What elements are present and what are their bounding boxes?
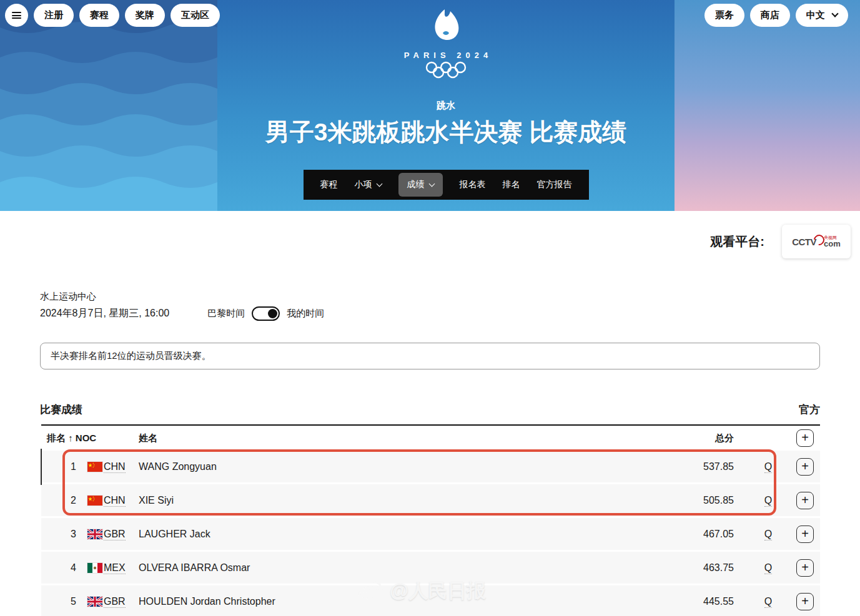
nav-left-pills: 注册赛程奖牌互动区 xyxy=(34,4,225,27)
event-nav-bar: 赛程小项成绩报名表排名官方报告 xyxy=(304,170,589,200)
qualified-badge: Q xyxy=(746,562,790,574)
nav-right-pills: 票务商店 xyxy=(704,4,796,27)
rank-value: 4 xyxy=(41,562,76,574)
qualified-badge: Q xyxy=(746,529,790,540)
event-tab-0[interactable]: 赛程 xyxy=(320,179,338,190)
top-navigation: 注册赛程奖牌互动区 票务商店 中文 xyxy=(5,4,854,27)
noc-code: GBR xyxy=(104,596,136,607)
noc-code: CHN xyxy=(104,461,136,472)
noc-code: MEX xyxy=(104,562,136,574)
logo-caption: PARIS 2024 xyxy=(404,51,492,60)
olympic-rings-icon xyxy=(423,61,469,79)
chevron-down-icon xyxy=(831,10,838,17)
table-row-1[interactable]: 1CHNWANG Zongyuan537.85Q+ xyxy=(41,451,820,482)
time-zone-toggle[interactable] xyxy=(252,306,280,321)
athlete-name: XIE Siyi xyxy=(136,495,671,506)
language-label: 中文 xyxy=(806,9,825,20)
hero-banner: PARIS 2024 跳水 男子3米跳板跳水半决赛 比赛成绩 赛程小项成绩报名表… xyxy=(0,0,860,211)
rank-value: 1 xyxy=(41,461,76,472)
table-row-2[interactable]: 2CHNXIE Siyi505.85Q+ xyxy=(41,484,820,516)
athlete-name: WANG Zongyuan xyxy=(136,461,671,472)
cctv-suffix: com xyxy=(824,240,841,248)
left-tick-mark xyxy=(41,449,42,485)
paris-time-label: 巴黎时间 xyxy=(207,308,245,320)
broadcast-label: 观看平台: xyxy=(710,233,764,250)
total-score: 505.85 xyxy=(671,495,746,506)
qualified-badge: Q xyxy=(746,461,790,472)
table-row-3[interactable]: 3GBRLAUGHER Jack467.05Q+ xyxy=(41,518,820,550)
toggle-knob xyxy=(268,309,277,318)
menu-button[interactable] xyxy=(5,4,28,27)
nav-pill-right-1[interactable]: 商店 xyxy=(750,4,790,27)
qualified-badge: Q xyxy=(746,596,790,607)
total-column-header[interactable]: 总分 xyxy=(671,433,746,444)
venue-name: 水上运动中心 xyxy=(40,291,820,303)
flag-icon-gbr xyxy=(76,597,104,607)
official-badge: 官方 xyxy=(799,403,820,417)
rank-value: 2 xyxy=(41,495,76,506)
qualified-badge: Q xyxy=(746,495,790,506)
total-score: 463.75 xyxy=(671,562,746,574)
athlete-name: HOULDEN Jordan Christopher xyxy=(136,596,671,607)
wave-decoration xyxy=(0,0,217,211)
flag-icon-chn xyxy=(76,496,104,506)
nav-pill-right-0[interactable]: 票务 xyxy=(704,4,744,27)
total-score: 537.85 xyxy=(671,461,746,472)
time-toggle-group: 巴黎时间 我的时间 xyxy=(207,306,324,321)
event-info: 水上运动中心 2024年8月7日, 星期三, 16:00 巴黎时间 我的时间 xyxy=(40,291,820,321)
expand-row-button[interactable]: + xyxy=(796,492,814,509)
event-tab-2[interactable]: 成绩 xyxy=(398,173,443,197)
rank-value: 5 xyxy=(41,596,76,607)
event-tab-4[interactable]: 排名 xyxy=(503,179,520,190)
nav-pill-left-1[interactable]: 赛程 xyxy=(79,4,119,27)
event-datetime: 2024年8月7日, 星期三, 16:00 xyxy=(40,307,169,320)
flag-icon-chn xyxy=(76,462,104,472)
noc-code: CHN xyxy=(104,495,136,506)
page-title: 男子3米跳板跳水半决赛 比赛成绩 xyxy=(265,115,627,149)
hamburger-icon xyxy=(12,12,21,19)
rank-value: 3 xyxy=(41,529,76,540)
athlete-name: OLVERA IBARRA Osmar xyxy=(136,562,671,574)
total-score: 467.05 xyxy=(671,529,746,540)
name-column-header[interactable]: 姓名 xyxy=(136,433,671,444)
table-row-5[interactable]: 5GBRHOULDEN Jordan Christopher445.55Q+ xyxy=(41,585,820,616)
table-body: 1CHNWANG Zongyuan537.85Q+2CHNXIE Siyi505… xyxy=(41,451,820,616)
hero-center-panel: PARIS 2024 跳水 男子3米跳板跳水半决赛 比赛成绩 赛程小项成绩报名表… xyxy=(217,0,675,211)
results-table: 排名 ↑ NOC 姓名 总分 + 1CHNWANG Zongyuan537.85… xyxy=(41,424,820,616)
results-section-header: 比赛成绩 官方 xyxy=(40,403,820,417)
nav-pill-left-2[interactable]: 奖牌 xyxy=(125,4,165,27)
total-score: 445.55 xyxy=(671,596,746,607)
language-selector[interactable]: 中文 xyxy=(796,4,848,27)
gradient-decoration xyxy=(675,0,860,211)
event-tab-3[interactable]: 报名表 xyxy=(460,179,486,190)
expand-all-button[interactable]: + xyxy=(796,429,814,447)
results-title: 比赛成绩 xyxy=(40,403,82,417)
cctv-wordmark: CCTV xyxy=(792,237,816,247)
discipline-label: 跳水 xyxy=(437,100,455,112)
flag-icon-gbr xyxy=(76,529,104,539)
chevron-down-icon xyxy=(428,181,435,187)
table-header-row: 排名 ↑ NOC 姓名 总分 + xyxy=(41,424,820,451)
flag-icon-mex xyxy=(76,563,104,573)
expand-row-button[interactable]: + xyxy=(796,559,814,577)
cctv-platform-link[interactable]: CCTV 央视网 com xyxy=(782,225,851,258)
cctv-logo: CCTV 央视网 com xyxy=(792,235,841,249)
expand-row-button[interactable]: + xyxy=(796,458,814,476)
athlete-name: LAUGHER Jack xyxy=(136,529,671,540)
chevron-down-icon xyxy=(376,181,382,187)
qualification-note: 半决赛排名前12位的运动员晋级决赛。 xyxy=(40,343,820,369)
noc-code: GBR xyxy=(104,529,136,540)
my-time-label: 我的时间 xyxy=(287,308,324,320)
table-row-4[interactable]: 4MEXOLVERA IBARRA Osmar463.75Q+ xyxy=(41,552,820,584)
nav-pill-left-3[interactable]: 互动区 xyxy=(171,4,220,27)
expand-row-button[interactable]: + xyxy=(796,593,814,610)
event-tab-1[interactable]: 小项 xyxy=(355,179,382,190)
event-tab-5[interactable]: 官方报告 xyxy=(537,179,572,190)
broadcast-row: 观看平台: CCTV 央视网 com xyxy=(0,225,851,258)
expand-row-button[interactable]: + xyxy=(796,526,814,543)
nav-pill-left-0[interactable]: 注册 xyxy=(34,4,74,27)
rank-noc-column-header[interactable]: 排名 ↑ NOC xyxy=(41,433,136,444)
